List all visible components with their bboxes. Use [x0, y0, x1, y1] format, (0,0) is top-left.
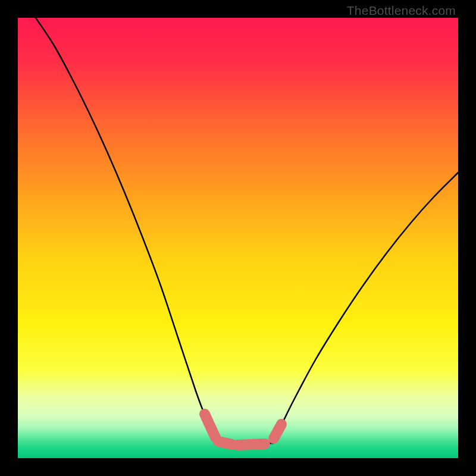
plot-area [18, 18, 458, 458]
svg-rect-0 [18, 18, 458, 458]
gradient-background [18, 18, 458, 458]
chart-frame: TheBottleneck.com [0, 0, 476, 476]
watermark-text: TheBottleneck.com [347, 4, 456, 18]
